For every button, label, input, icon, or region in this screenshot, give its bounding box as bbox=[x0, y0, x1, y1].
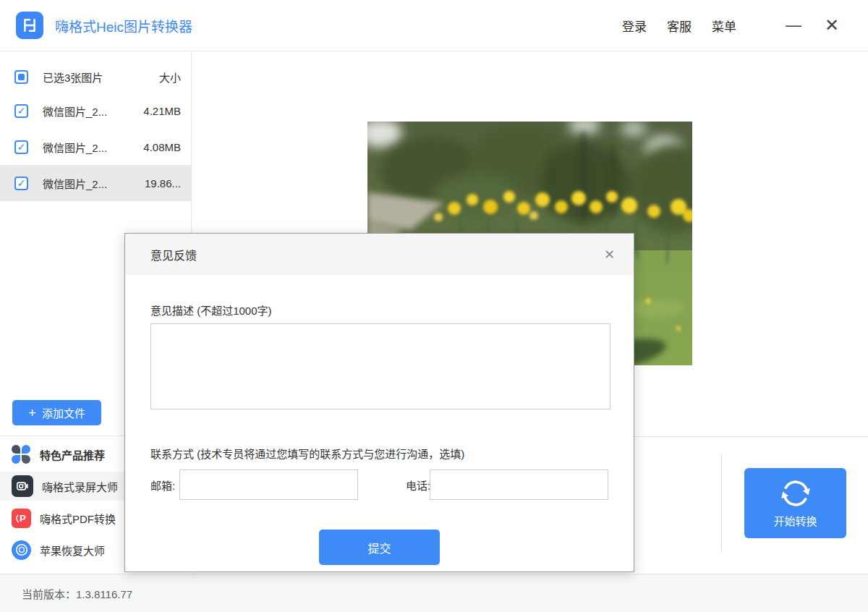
feedback-description-label: 意见描述 (不超过1000字) bbox=[150, 302, 272, 318]
statusbar: 当前版本：1.3.8116.77 bbox=[0, 574, 868, 612]
screen-recorder-icon bbox=[12, 475, 33, 497]
file-size: 4.08MB bbox=[143, 141, 181, 153]
phone-label: 电话: bbox=[406, 477, 430, 493]
feedback-description-input[interactable] bbox=[150, 323, 610, 409]
phone-field[interactable] bbox=[430, 469, 608, 500]
toolbar-vertical-divider bbox=[721, 454, 722, 552]
product-label: 嗨格式PDF转换 bbox=[40, 511, 116, 526]
product-label: 苹果恢复大师 bbox=[40, 543, 105, 558]
file-name: 微信图片_2... bbox=[43, 176, 145, 191]
email-label: 邮箱: bbox=[150, 477, 175, 493]
dialog-close-icon[interactable]: ✕ bbox=[604, 248, 615, 261]
file-name: 微信图片_2... bbox=[43, 140, 143, 155]
file-list-header: 已选3张图片 大小 bbox=[0, 61, 191, 93]
selected-count-label: 已选3张图片 bbox=[43, 69, 159, 85]
login-link[interactable]: 登录 bbox=[622, 17, 647, 35]
feedback-dialog: 意见反馈 ✕ 意见描述 (不超过1000字) 联系方式 (技术专员将通过您填写的… bbox=[124, 233, 634, 572]
file-checkbox[interactable]: ✓ bbox=[14, 104, 28, 118]
convert-sync-icon bbox=[781, 479, 810, 508]
select-all-checkbox[interactable] bbox=[14, 70, 28, 84]
version-label: 当前版本：1.3.8116.77 bbox=[22, 586, 132, 601]
contact-method-label: 联系方式 (技术专员将通过您填写的联系方式与您进行沟通，选填) bbox=[150, 446, 464, 461]
add-file-button[interactable]: + 添加文件 bbox=[12, 400, 101, 425]
app-logo-icon bbox=[16, 12, 43, 39]
pdf-converter-icon: P bbox=[12, 509, 31, 528]
file-row[interactable]: ✓ 微信图片_2... 19.86... bbox=[0, 165, 191, 201]
file-size: 19.86... bbox=[145, 177, 181, 190]
product-label: 嗨格式录屏大师 bbox=[42, 479, 118, 494]
svg-text:P: P bbox=[20, 513, 26, 524]
feedback-dialog-header: 意见反馈 ✕ bbox=[125, 234, 634, 275]
minimize-icon[interactable]: — bbox=[786, 17, 801, 33]
start-convert-label: 开始转换 bbox=[773, 513, 817, 528]
featured-products-header: 特色产品推荐 bbox=[12, 443, 105, 466]
featured-products-icon bbox=[12, 445, 31, 464]
window-close-icon[interactable]: ✕ bbox=[825, 17, 839, 34]
email-field[interactable] bbox=[179, 469, 358, 500]
add-file-label: 添加文件 bbox=[42, 405, 85, 420]
file-checkbox[interactable]: ✓ bbox=[14, 140, 28, 154]
titlebar: 嗨格式Heic图片转换器 登录 客服 菜单 — ✕ bbox=[0, 0, 868, 51]
file-name: 微信图片_2... bbox=[43, 103, 143, 119]
size-column-header: 大小 bbox=[159, 69, 181, 85]
plus-icon: + bbox=[28, 406, 36, 420]
file-checkbox[interactable]: ✓ bbox=[14, 177, 28, 190]
support-link[interactable]: 客服 bbox=[667, 17, 692, 35]
submit-button[interactable]: 提交 bbox=[319, 530, 440, 565]
apple-recovery-icon bbox=[12, 540, 31, 560]
file-row[interactable]: ✓ 微信图片_2... 4.08MB bbox=[0, 129, 191, 165]
menu-link[interactable]: 菜单 bbox=[712, 17, 736, 35]
file-size: 4.21MB bbox=[143, 105, 181, 117]
file-row[interactable]: ✓ 微信图片_2... 4.21MB bbox=[0, 93, 191, 129]
app-title: 嗨格式Heic图片转换器 bbox=[55, 16, 192, 35]
feedback-dialog-title: 意见反馈 bbox=[150, 246, 197, 263]
featured-products-label: 特色产品推荐 bbox=[40, 447, 105, 462]
start-convert-button[interactable]: 开始转换 bbox=[744, 468, 846, 538]
